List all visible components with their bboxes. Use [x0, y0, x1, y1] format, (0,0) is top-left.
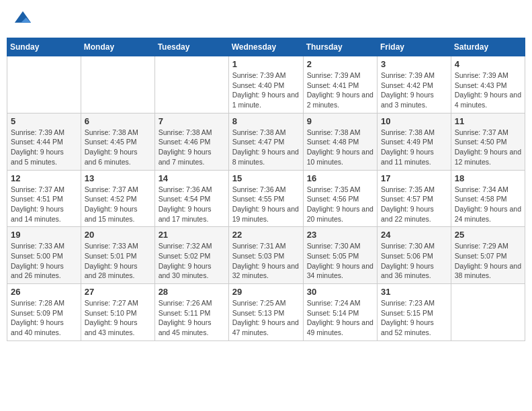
- day-number: 22: [232, 230, 300, 240]
- day-info: Sunrise: 7:37 AM Sunset: 4:51 PM Dayligh…: [11, 185, 77, 224]
- calendar-cell: 13Sunrise: 7:37 AM Sunset: 4:52 PM Dayli…: [81, 170, 154, 227]
- day-info: Sunrise: 7:30 AM Sunset: 5:05 PM Dayligh…: [307, 241, 373, 281]
- calendar-cell: 1Sunrise: 7:39 AM Sunset: 4:40 PM Daylig…: [228, 56, 303, 113]
- day-number: 27: [85, 287, 151, 297]
- weekday-header-cell: Wednesday: [228, 38, 303, 56]
- calendar-cell: 26Sunrise: 7:28 AM Sunset: 5:09 PM Dayli…: [7, 284, 81, 341]
- calendar-cell: 15Sunrise: 7:36 AM Sunset: 4:55 PM Dayli…: [228, 170, 303, 227]
- day-info: Sunrise: 7:30 AM Sunset: 5:06 PM Dayligh…: [381, 241, 447, 281]
- day-info: Sunrise: 7:26 AM Sunset: 5:11 PM Dayligh…: [159, 298, 225, 338]
- day-info: Sunrise: 7:38 AM Sunset: 4:49 PM Dayligh…: [381, 128, 447, 167]
- day-info: Sunrise: 7:39 AM Sunset: 4:43 PM Dayligh…: [455, 71, 521, 110]
- calendar-cell: 23Sunrise: 7:30 AM Sunset: 5:05 PM Dayli…: [303, 227, 377, 284]
- day-number: 9: [307, 116, 373, 126]
- calendar-cell: 28Sunrise: 7:26 AM Sunset: 5:11 PM Dayli…: [154, 284, 228, 341]
- day-number: 19: [11, 230, 77, 240]
- calendar-cell: 11Sunrise: 7:37 AM Sunset: 4:50 PM Dayli…: [451, 113, 525, 170]
- day-info: Sunrise: 7:39 AM Sunset: 4:40 PM Dayligh…: [232, 71, 300, 110]
- day-number: 30: [307, 287, 373, 297]
- weekday-header-row: SundayMondayTuesdayWednesdayThursdayFrid…: [7, 38, 525, 56]
- calendar-cell: 30Sunrise: 7:24 AM Sunset: 5:14 PM Dayli…: [303, 284, 377, 341]
- day-info: Sunrise: 7:31 AM Sunset: 5:03 PM Dayligh…: [232, 241, 300, 281]
- day-number: 17: [381, 173, 447, 183]
- day-number: 15: [232, 173, 300, 183]
- weekday-header-cell: Saturday: [451, 38, 525, 56]
- day-info: Sunrise: 7:37 AM Sunset: 4:50 PM Dayligh…: [455, 128, 521, 167]
- day-number: 20: [85, 230, 151, 240]
- calendar-cell: 7Sunrise: 7:38 AM Sunset: 4:46 PM Daylig…: [154, 113, 228, 170]
- day-info: Sunrise: 7:29 AM Sunset: 5:07 PM Dayligh…: [455, 241, 521, 281]
- page-header: [7, 7, 525, 32]
- calendar-cell: 21Sunrise: 7:32 AM Sunset: 5:02 PM Dayli…: [154, 227, 228, 284]
- logo: [13, 10, 34, 29]
- calendar-week-row: 5Sunrise: 7:39 AM Sunset: 4:44 PM Daylig…: [7, 113, 525, 170]
- day-info: Sunrise: 7:39 AM Sunset: 4:42 PM Dayligh…: [381, 71, 447, 110]
- calendar-cell: 4Sunrise: 7:39 AM Sunset: 4:43 PM Daylig…: [451, 56, 525, 113]
- day-number: 16: [307, 173, 373, 183]
- day-number: 24: [381, 230, 447, 240]
- weekday-header-cell: Friday: [378, 38, 451, 56]
- weekday-header-cell: Thursday: [303, 38, 377, 56]
- calendar-cell: 6Sunrise: 7:38 AM Sunset: 4:45 PM Daylig…: [81, 113, 154, 170]
- calendar-cell: 9Sunrise: 7:38 AM Sunset: 4:48 PM Daylig…: [303, 113, 377, 170]
- calendar-week-row: 12Sunrise: 7:37 AM Sunset: 4:51 PM Dayli…: [7, 170, 525, 227]
- day-info: Sunrise: 7:23 AM Sunset: 5:15 PM Dayligh…: [381, 298, 447, 338]
- day-number: 11: [455, 116, 521, 126]
- calendar-week-row: 19Sunrise: 7:33 AM Sunset: 5:00 PM Dayli…: [7, 227, 525, 284]
- day-number: 29: [232, 287, 300, 297]
- calendar-cell: 20Sunrise: 7:33 AM Sunset: 5:01 PM Dayli…: [81, 227, 154, 284]
- calendar-cell: 18Sunrise: 7:34 AM Sunset: 4:58 PM Dayli…: [451, 170, 525, 227]
- day-info: Sunrise: 7:34 AM Sunset: 4:58 PM Dayligh…: [455, 185, 521, 224]
- day-info: Sunrise: 7:35 AM Sunset: 4:57 PM Dayligh…: [381, 185, 447, 224]
- calendar-cell: 8Sunrise: 7:38 AM Sunset: 4:47 PM Daylig…: [228, 113, 303, 170]
- day-info: Sunrise: 7:36 AM Sunset: 4:55 PM Dayligh…: [232, 185, 300, 224]
- calendar-cell: [7, 56, 81, 113]
- day-info: Sunrise: 7:32 AM Sunset: 5:02 PM Dayligh…: [159, 241, 225, 281]
- day-number: 31: [381, 287, 447, 297]
- day-info: Sunrise: 7:38 AM Sunset: 4:48 PM Dayligh…: [307, 128, 373, 167]
- calendar-cell: 10Sunrise: 7:38 AM Sunset: 4:49 PM Dayli…: [378, 113, 451, 170]
- weekday-header-cell: Monday: [81, 38, 154, 56]
- day-number: 26: [11, 287, 77, 297]
- calendar-table: SundayMondayTuesdayWednesdayThursdayFrid…: [7, 38, 525, 341]
- calendar-cell: 14Sunrise: 7:36 AM Sunset: 4:54 PM Dayli…: [154, 170, 228, 227]
- day-info: Sunrise: 7:39 AM Sunset: 4:44 PM Dayligh…: [11, 128, 77, 167]
- day-number: 25: [455, 230, 521, 240]
- calendar-week-row: 1Sunrise: 7:39 AM Sunset: 4:40 PM Daylig…: [7, 56, 525, 113]
- day-number: 5: [11, 116, 77, 126]
- calendar-cell: [451, 284, 525, 341]
- calendar-cell: 27Sunrise: 7:27 AM Sunset: 5:10 PM Dayli…: [81, 284, 154, 341]
- day-info: Sunrise: 7:24 AM Sunset: 5:14 PM Dayligh…: [307, 298, 373, 338]
- calendar-cell: [154, 56, 228, 113]
- calendar-week-row: 26Sunrise: 7:28 AM Sunset: 5:09 PM Dayli…: [7, 284, 525, 341]
- day-info: Sunrise: 7:39 AM Sunset: 4:41 PM Dayligh…: [307, 71, 373, 110]
- calendar-cell: 22Sunrise: 7:31 AM Sunset: 5:03 PM Dayli…: [228, 227, 303, 284]
- day-number: 12: [11, 173, 77, 183]
- day-info: Sunrise: 7:25 AM Sunset: 5:13 PM Dayligh…: [232, 298, 300, 338]
- day-number: 13: [85, 173, 151, 183]
- day-info: Sunrise: 7:38 AM Sunset: 4:46 PM Dayligh…: [159, 128, 225, 167]
- day-number: 6: [85, 116, 151, 126]
- day-info: Sunrise: 7:27 AM Sunset: 5:10 PM Dayligh…: [85, 298, 151, 338]
- calendar-cell: 31Sunrise: 7:23 AM Sunset: 5:15 PM Dayli…: [378, 284, 451, 341]
- calendar-cell: 29Sunrise: 7:25 AM Sunset: 5:13 PM Dayli…: [228, 284, 303, 341]
- calendar-cell: 12Sunrise: 7:37 AM Sunset: 4:51 PM Dayli…: [7, 170, 81, 227]
- day-number: 23: [307, 230, 373, 240]
- day-number: 1: [232, 59, 300, 69]
- day-info: Sunrise: 7:37 AM Sunset: 4:52 PM Dayligh…: [85, 185, 151, 224]
- day-number: 21: [159, 230, 225, 240]
- day-info: Sunrise: 7:36 AM Sunset: 4:54 PM Dayligh…: [159, 185, 225, 224]
- calendar-cell: 17Sunrise: 7:35 AM Sunset: 4:57 PM Dayli…: [378, 170, 451, 227]
- day-info: Sunrise: 7:35 AM Sunset: 4:56 PM Dayligh…: [307, 185, 373, 224]
- day-info: Sunrise: 7:28 AM Sunset: 5:09 PM Dayligh…: [11, 298, 77, 338]
- day-info: Sunrise: 7:38 AM Sunset: 4:47 PM Dayligh…: [232, 128, 300, 167]
- calendar-cell: 25Sunrise: 7:29 AM Sunset: 5:07 PM Dayli…: [451, 227, 525, 284]
- calendar-cell: [81, 56, 154, 113]
- day-number: 14: [159, 173, 225, 183]
- day-info: Sunrise: 7:33 AM Sunset: 5:01 PM Dayligh…: [85, 241, 151, 281]
- day-info: Sunrise: 7:33 AM Sunset: 5:00 PM Dayligh…: [11, 241, 77, 281]
- calendar-cell: 16Sunrise: 7:35 AM Sunset: 4:56 PM Dayli…: [303, 170, 377, 227]
- weekday-header-cell: Sunday: [7, 38, 81, 56]
- calendar-body: 1Sunrise: 7:39 AM Sunset: 4:40 PM Daylig…: [7, 56, 525, 341]
- day-number: 18: [455, 173, 521, 183]
